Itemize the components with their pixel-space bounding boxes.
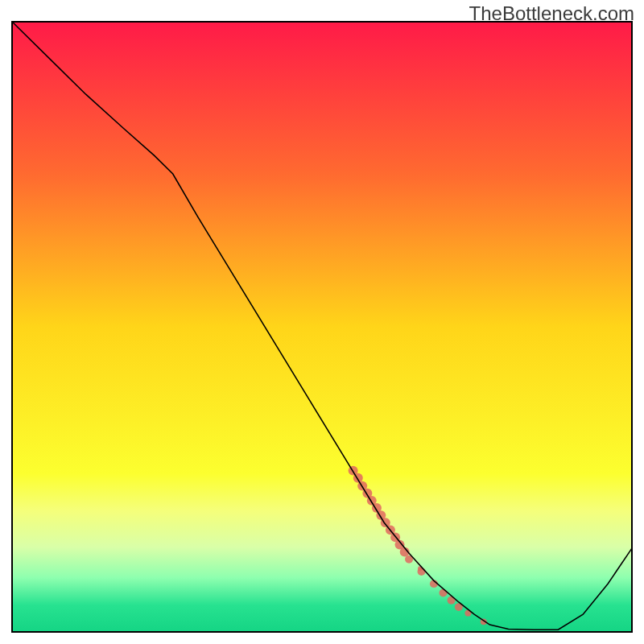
chart-background-gradient (11, 21, 633, 633)
chart-plot-area (11, 21, 633, 633)
svg-rect-0 (11, 21, 633, 633)
